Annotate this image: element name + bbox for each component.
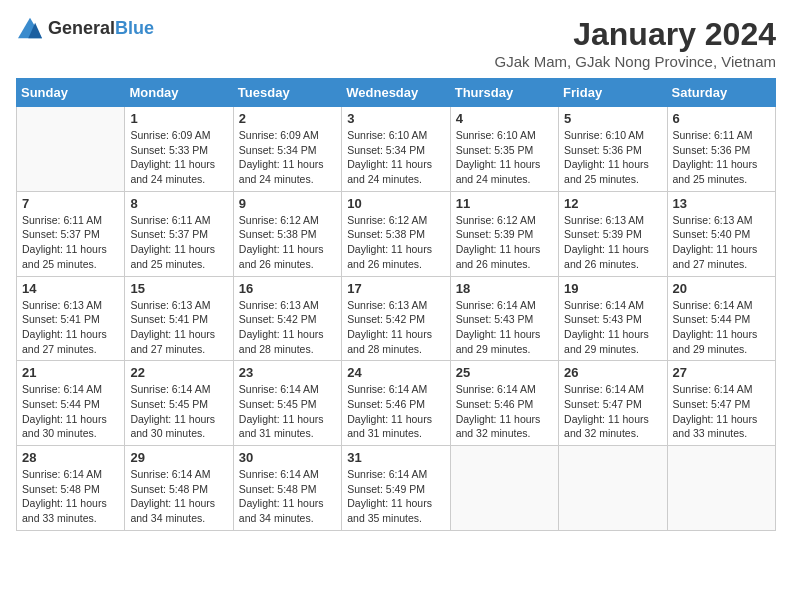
calendar-cell: 9Sunrise: 6:12 AMSunset: 5:38 PMDaylight… (233, 191, 341, 276)
sunset-text: Sunset: 5:43 PM (456, 312, 553, 327)
calendar-cell: 25Sunrise: 6:14 AMSunset: 5:46 PMDayligh… (450, 361, 558, 446)
daylight-text-line2: and 24 minutes. (239, 172, 336, 187)
daylight-text-line1: Daylight: 11 hours (347, 242, 444, 257)
daylight-text-line1: Daylight: 11 hours (239, 412, 336, 427)
daylight-text-line2: and 24 minutes. (347, 172, 444, 187)
sunset-text: Sunset: 5:37 PM (130, 227, 227, 242)
sunset-text: Sunset: 5:45 PM (239, 397, 336, 412)
sunset-text: Sunset: 5:49 PM (347, 482, 444, 497)
sunset-text: Sunset: 5:36 PM (673, 143, 770, 158)
weekday-header-row: SundayMondayTuesdayWednesdayThursdayFrid… (17, 79, 776, 107)
day-number: 1 (130, 111, 227, 126)
day-number: 9 (239, 196, 336, 211)
daylight-text-line2: and 29 minutes. (456, 342, 553, 357)
daylight-text-line2: and 34 minutes. (130, 511, 227, 526)
day-number: 4 (456, 111, 553, 126)
day-number: 13 (673, 196, 770, 211)
daylight-text-line2: and 26 minutes. (347, 257, 444, 272)
daylight-text-line1: Daylight: 11 hours (456, 412, 553, 427)
daylight-text-line2: and 24 minutes. (130, 172, 227, 187)
day-number: 24 (347, 365, 444, 380)
sunrise-text: Sunrise: 6:14 AM (564, 298, 661, 313)
sunrise-text: Sunrise: 6:13 AM (564, 213, 661, 228)
calendar-cell: 29Sunrise: 6:14 AMSunset: 5:48 PMDayligh… (125, 446, 233, 531)
daylight-text-line1: Daylight: 11 hours (347, 496, 444, 511)
day-number: 11 (456, 196, 553, 211)
daylight-text-line1: Daylight: 11 hours (564, 412, 661, 427)
calendar-week-row: 14Sunrise: 6:13 AMSunset: 5:41 PMDayligh… (17, 276, 776, 361)
day-number: 22 (130, 365, 227, 380)
daylight-text-line1: Daylight: 11 hours (347, 327, 444, 342)
day-number: 6 (673, 111, 770, 126)
daylight-text-line1: Daylight: 11 hours (22, 496, 119, 511)
day-number: 31 (347, 450, 444, 465)
daylight-text-line1: Daylight: 11 hours (347, 157, 444, 172)
weekday-header-cell: Tuesday (233, 79, 341, 107)
sunset-text: Sunset: 5:39 PM (564, 227, 661, 242)
calendar-cell: 3Sunrise: 6:10 AMSunset: 5:34 PMDaylight… (342, 107, 450, 192)
day-number: 30 (239, 450, 336, 465)
calendar-cell: 28Sunrise: 6:14 AMSunset: 5:48 PMDayligh… (17, 446, 125, 531)
sunrise-text: Sunrise: 6:14 AM (22, 467, 119, 482)
calendar-cell: 13Sunrise: 6:13 AMSunset: 5:40 PMDayligh… (667, 191, 775, 276)
daylight-text-line2: and 32 minutes. (456, 426, 553, 441)
daylight-text-line1: Daylight: 11 hours (130, 412, 227, 427)
daylight-text-line2: and 31 minutes. (239, 426, 336, 441)
title-block: January 2024 GJak Mam, GJak Nong Provinc… (495, 16, 777, 70)
calendar-title: January 2024 (495, 16, 777, 53)
daylight-text-line1: Daylight: 11 hours (347, 412, 444, 427)
day-number: 26 (564, 365, 661, 380)
calendar-table: SundayMondayTuesdayWednesdayThursdayFrid… (16, 78, 776, 531)
daylight-text-line2: and 25 minutes. (564, 172, 661, 187)
sunset-text: Sunset: 5:38 PM (347, 227, 444, 242)
calendar-cell: 31Sunrise: 6:14 AMSunset: 5:49 PMDayligh… (342, 446, 450, 531)
sunrise-text: Sunrise: 6:11 AM (673, 128, 770, 143)
day-number: 12 (564, 196, 661, 211)
sunrise-text: Sunrise: 6:14 AM (130, 467, 227, 482)
day-number: 19 (564, 281, 661, 296)
daylight-text-line1: Daylight: 11 hours (456, 242, 553, 257)
calendar-cell: 2Sunrise: 6:09 AMSunset: 5:34 PMDaylight… (233, 107, 341, 192)
daylight-text-line2: and 25 minutes. (22, 257, 119, 272)
sunrise-text: Sunrise: 6:09 AM (130, 128, 227, 143)
daylight-text-line1: Daylight: 11 hours (673, 327, 770, 342)
calendar-cell (450, 446, 558, 531)
daylight-text-line2: and 35 minutes. (347, 511, 444, 526)
daylight-text-line1: Daylight: 11 hours (130, 496, 227, 511)
calendar-cell: 8Sunrise: 6:11 AMSunset: 5:37 PMDaylight… (125, 191, 233, 276)
calendar-cell: 30Sunrise: 6:14 AMSunset: 5:48 PMDayligh… (233, 446, 341, 531)
sunset-text: Sunset: 5:38 PM (239, 227, 336, 242)
weekday-header-cell: Saturday (667, 79, 775, 107)
day-number: 14 (22, 281, 119, 296)
sunset-text: Sunset: 5:41 PM (22, 312, 119, 327)
sunrise-text: Sunrise: 6:14 AM (22, 382, 119, 397)
calendar-cell: 17Sunrise: 6:13 AMSunset: 5:42 PMDayligh… (342, 276, 450, 361)
day-number: 5 (564, 111, 661, 126)
sunrise-text: Sunrise: 6:13 AM (22, 298, 119, 313)
sunset-text: Sunset: 5:44 PM (673, 312, 770, 327)
daylight-text-line1: Daylight: 11 hours (673, 242, 770, 257)
sunrise-text: Sunrise: 6:12 AM (239, 213, 336, 228)
sunrise-text: Sunrise: 6:14 AM (347, 382, 444, 397)
daylight-text-line1: Daylight: 11 hours (456, 327, 553, 342)
daylight-text-line1: Daylight: 11 hours (22, 412, 119, 427)
calendar-week-row: 28Sunrise: 6:14 AMSunset: 5:48 PMDayligh… (17, 446, 776, 531)
calendar-cell: 7Sunrise: 6:11 AMSunset: 5:37 PMDaylight… (17, 191, 125, 276)
weekday-header-cell: Wednesday (342, 79, 450, 107)
sunset-text: Sunset: 5:45 PM (130, 397, 227, 412)
sunrise-text: Sunrise: 6:14 AM (347, 467, 444, 482)
sunrise-text: Sunrise: 6:11 AM (22, 213, 119, 228)
calendar-cell: 4Sunrise: 6:10 AMSunset: 5:35 PMDaylight… (450, 107, 558, 192)
calendar-week-row: 7Sunrise: 6:11 AMSunset: 5:37 PMDaylight… (17, 191, 776, 276)
sunset-text: Sunset: 5:48 PM (22, 482, 119, 497)
sunrise-text: Sunrise: 6:10 AM (347, 128, 444, 143)
calendar-cell: 1Sunrise: 6:09 AMSunset: 5:33 PMDaylight… (125, 107, 233, 192)
sunrise-text: Sunrise: 6:11 AM (130, 213, 227, 228)
calendar-cell (667, 446, 775, 531)
day-number: 10 (347, 196, 444, 211)
daylight-text-line2: and 28 minutes. (239, 342, 336, 357)
calendar-cell: 19Sunrise: 6:14 AMSunset: 5:43 PMDayligh… (559, 276, 667, 361)
sunset-text: Sunset: 5:36 PM (564, 143, 661, 158)
calendar-cell: 15Sunrise: 6:13 AMSunset: 5:41 PMDayligh… (125, 276, 233, 361)
daylight-text-line2: and 32 minutes. (564, 426, 661, 441)
